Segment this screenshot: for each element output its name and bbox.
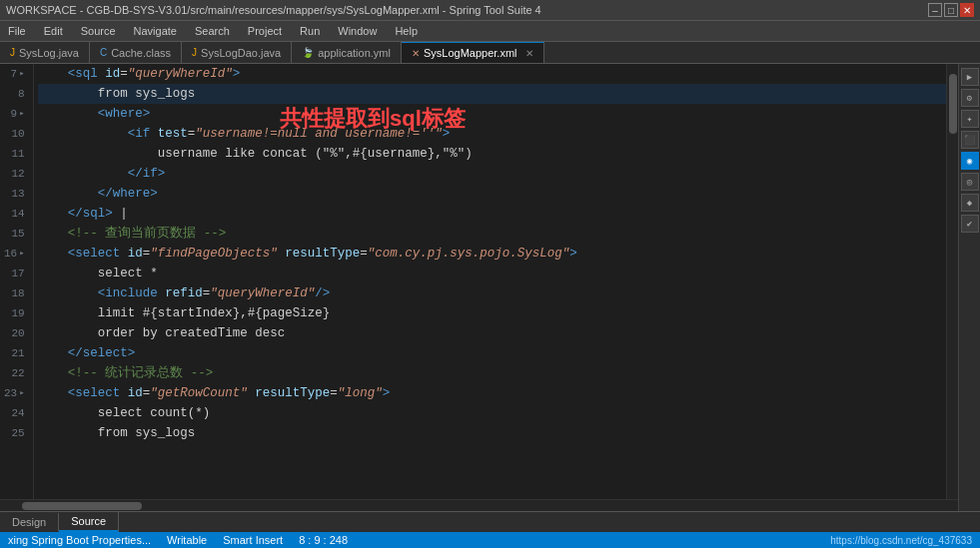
status-left: xing Spring Boot Properties... Writable … [8,534,348,546]
code-line-17: select * [38,264,946,283]
menu-file[interactable]: File [4,23,30,39]
sidebar-icon-4[interactable]: ⬛ [961,131,979,149]
line-num-21: 21 [4,343,25,363]
code-content: 7 8 9 10 11 12 13 14 15 16 17 18 19 20 2… [0,64,958,499]
code-line-15: <!-- 查询当前页数据 --> [38,224,946,244]
menu-navigate[interactable]: Navigate [130,23,181,39]
tab-close-mapper[interactable]: ✕ [525,48,533,59]
menu-edit[interactable]: Edit [40,23,67,39]
code-line-20: order by createdTime desc [38,323,946,343]
code-line-22: <!-- 统计记录总数 --> [38,363,946,383]
line-num-23: 23 [4,383,25,403]
line-num-7: 7 [4,64,25,84]
tab-icon-application: 🍃 [302,47,314,58]
line-num-14: 14 [4,204,25,224]
code-line-13: </where> [38,184,946,204]
right-sidebar: ▶ ⚙ ✦ ⬛ ◉ ◎ ◆ ✔ [958,64,980,511]
code-line-16: <select id="findPageObjects" resultType=… [38,244,946,264]
tab-label-syslog: SysLog.java [19,47,79,59]
bottom-tabs: Design Source [0,511,980,532]
line-num-20: 20 [4,323,25,343]
menu-help[interactable]: Help [391,23,422,39]
bottom-tab-design[interactable]: Design [0,513,59,531]
code-line-14: </sql> | [38,204,946,224]
code-line-8: from sys_logs [38,84,946,104]
sidebar-icon-5[interactable]: ◉ [961,152,979,170]
close-button[interactable]: ✕ [960,3,974,17]
maximize-button[interactable]: □ [944,3,958,17]
vertical-scrollbar[interactable] [946,64,958,499]
tab-syslog[interactable]: J SysLog.java [0,42,90,63]
tab-label-syslogdao: SysLogDao.java [201,47,281,59]
line-num-22: 22 [4,363,25,383]
menu-source[interactable]: Source [77,23,120,39]
tab-icon-syslog: J [10,47,15,58]
code-line-24: select count(*) [38,403,946,423]
scroll-thumb-h[interactable] [22,502,142,510]
tab-label-mapper: SysLogMapper.xml [424,47,517,59]
menu-project[interactable]: Project [244,23,286,39]
tab-syslogdao[interactable]: J SysLogDao.java [182,42,292,63]
code-line-18: <include refid="queryWhereId"/> [38,283,946,303]
editor-area: 7 8 9 10 11 12 13 14 15 16 17 18 19 20 2… [0,64,958,511]
status-url: https://blog.csdn.net/cg_437633 [830,535,972,546]
menu-window[interactable]: Window [334,23,381,39]
main-area: 7 8 9 10 11 12 13 14 15 16 17 18 19 20 2… [0,64,980,511]
code-line-11: username like concat ("%",#{username},"%… [38,144,946,164]
menu-search[interactable]: Search [191,23,234,39]
tab-application[interactable]: 🍃 application.yml [292,42,402,63]
line-num-19: 19 [4,303,25,323]
code-line-21: </select> [38,343,946,363]
line-num-25: 25 [4,423,25,443]
tab-icon-mapper: ✕ [412,48,420,59]
line-num-11: 11 [4,144,25,164]
tab-icon-cache: C [100,47,107,58]
minimize-button[interactable]: – [928,3,942,17]
sidebar-icon-1[interactable]: ▶ [961,68,979,86]
menu-run[interactable]: Run [296,23,324,39]
tab-label-cache: Cache.class [111,47,171,59]
horizontal-scrollbar[interactable] [0,499,958,511]
line-num-8: 8 [4,84,25,104]
tab-bar: J SysLog.java C Cache.class J SysLogDao.… [0,42,980,64]
code-line-9: <where> [38,104,946,124]
line-num-13: 13 [4,184,25,204]
sidebar-icon-3[interactable]: ✦ [961,110,979,128]
tab-label-application: application.yml [318,47,391,59]
status-task: xing Spring Boot Properties... [8,534,151,546]
sidebar-icon-6[interactable]: ◎ [961,173,979,191]
line-num-18: 18 [4,283,25,303]
tab-mapper[interactable]: ✕ SysLogMapper.xml ✕ [402,42,544,63]
code-line-19: limit #{startIndex},#{pageSize} [38,303,946,323]
code-line-10: <if test="username!=null and username!='… [38,124,946,144]
status-position: 8 : 9 : 248 [299,534,348,546]
menu-bar: File Edit Source Navigate Search Project… [0,21,980,42]
app-title: WORKSPACE - CGB-DB-SYS-V3.01/src/main/re… [6,4,541,16]
status-insert-mode: Smart Insert [223,534,283,546]
bottom-tab-source[interactable]: Source [59,512,119,532]
line-num-16: 16 [4,244,25,264]
line-numbers: 7 8 9 10 11 12 13 14 15 16 17 18 19 20 2… [0,64,34,499]
line-num-24: 24 [4,403,25,423]
code-line-25: from sys_logs [38,423,946,443]
line-num-9: 9 [4,104,25,124]
line-num-17: 17 [4,264,25,283]
line-num-12: 12 [4,164,25,184]
code-line-23: <select id="getRowCount" resultType="lon… [38,383,946,403]
tab-icon-syslogdao: J [192,47,197,58]
title-bar: WORKSPACE - CGB-DB-SYS-V3.01/src/main/re… [0,0,980,21]
sidebar-icon-8[interactable]: ✔ [961,215,979,233]
sidebar-icon-2[interactable]: ⚙ [961,89,979,107]
sidebar-icon-7[interactable]: ◆ [961,194,979,212]
status-bar: xing Spring Boot Properties... Writable … [0,532,980,548]
code-line-7: <sql id="queryWhereId"> [38,64,946,84]
code-line-12: </if> [38,164,946,184]
tab-cache[interactable]: C Cache.class [90,42,182,63]
code-editor[interactable]: 共性提取到sql标签 <sql id="queryWhereId"> from … [34,64,946,499]
line-num-15: 15 [4,224,25,244]
scroll-thumb-v[interactable] [949,74,957,134]
line-num-10: 10 [4,124,25,144]
status-writable: Writable [167,534,207,546]
